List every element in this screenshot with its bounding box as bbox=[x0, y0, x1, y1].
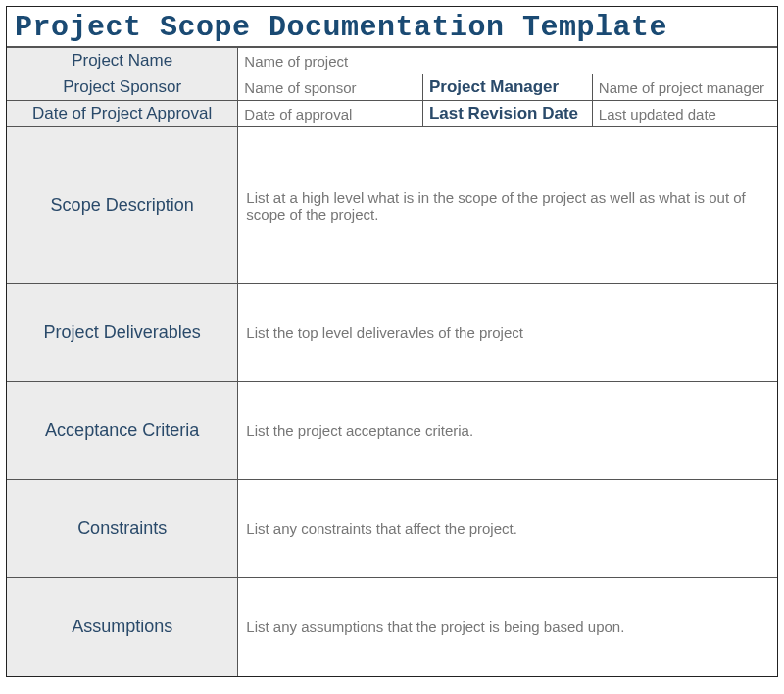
value-deliverables[interactable]: List the top level deliveravles of the p… bbox=[238, 284, 777, 382]
label-acceptance: Acceptance Criteria bbox=[7, 382, 238, 480]
label-deliverables: Project Deliverables bbox=[7, 284, 238, 382]
row-sponsor-manager: Project Sponsor Name of sponsor Project … bbox=[7, 74, 777, 101]
row-constraints: Constraints List any constraints that af… bbox=[7, 480, 777, 578]
document-frame: Project Scope Documentation Template Pro… bbox=[6, 6, 778, 677]
value-acceptance[interactable]: List the project acceptance criteria. bbox=[238, 382, 777, 480]
label-scope: Scope Description bbox=[7, 127, 238, 284]
label-revision-date: Last Revision Date bbox=[422, 101, 592, 127]
row-assumptions: Assumptions List any assumptions that th… bbox=[7, 578, 777, 676]
value-approval-date[interactable]: Date of approval bbox=[238, 101, 423, 127]
value-scope[interactable]: List at a high level what is in the scop… bbox=[238, 127, 777, 284]
value-project-manager[interactable]: Name of project manager bbox=[592, 74, 777, 101]
value-project-name[interactable]: Name of project bbox=[238, 48, 777, 74]
row-scope: Scope Description List at a high level w… bbox=[7, 127, 777, 284]
row-project-name: Project Name Name of project bbox=[7, 48, 777, 74]
value-revision-date[interactable]: Last updated date bbox=[592, 101, 777, 127]
document-title: Project Scope Documentation Template bbox=[7, 7, 777, 47]
value-assumptions[interactable]: List any assumptions that the project is… bbox=[238, 578, 777, 676]
value-project-sponsor[interactable]: Name of sponsor bbox=[238, 74, 423, 101]
label-approval-date: Date of Project Approval bbox=[7, 101, 238, 127]
label-assumptions: Assumptions bbox=[7, 578, 238, 676]
row-dates: Date of Project Approval Date of approva… bbox=[7, 101, 777, 127]
row-acceptance: Acceptance Criteria List the project acc… bbox=[7, 382, 777, 480]
label-project-name: Project Name bbox=[7, 48, 238, 74]
form-table: Project Name Name of project Project Spo… bbox=[7, 47, 777, 676]
value-constraints[interactable]: List any constraints that affect the pro… bbox=[238, 480, 777, 578]
label-project-manager: Project Manager bbox=[422, 74, 592, 101]
row-deliverables: Project Deliverables List the top level … bbox=[7, 284, 777, 382]
label-project-sponsor: Project Sponsor bbox=[7, 74, 238, 101]
label-constraints: Constraints bbox=[7, 480, 238, 578]
